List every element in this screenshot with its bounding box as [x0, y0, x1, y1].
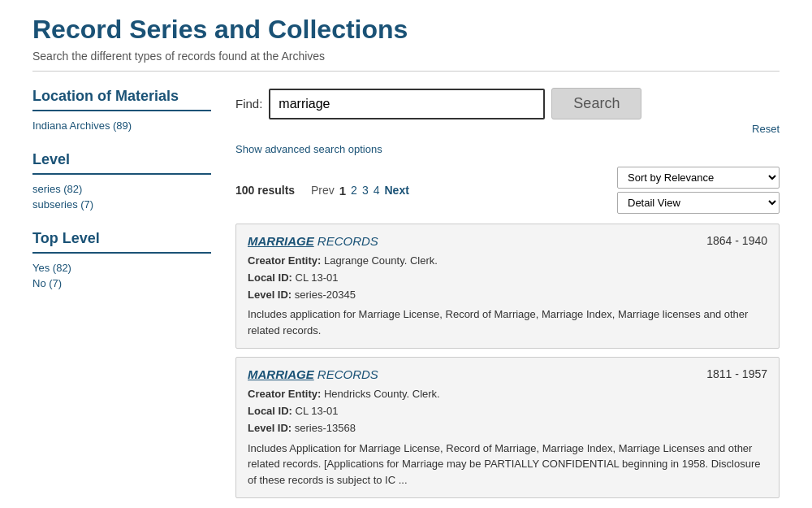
sidebar-location-section: Location of Materials Indiana Archives (…	[32, 88, 211, 132]
page-link-2[interactable]: 2	[351, 184, 357, 197]
results-count: 100 results	[235, 184, 295, 197]
level-id-value-2: series-13568	[295, 422, 356, 434]
result-meta-2: Creator Entity: Hendricks County. Clerk.…	[248, 386, 767, 436]
page-link-3[interactable]: 3	[362, 184, 369, 197]
page-title: Record Series and Collections	[32, 15, 780, 45]
sidebar-item-subseries[interactable]: subseries (7)	[32, 198, 211, 211]
sidebar-toplevel-title: Top Level	[32, 230, 211, 254]
level-id-value-1: series-20345	[295, 289, 356, 301]
prev-label: Prev	[311, 184, 335, 197]
pagination: 100 results Prev 1 2 3 4 Next	[235, 184, 409, 198]
find-label: Find:	[235, 97, 262, 111]
sidebar-item-indiana-archives[interactable]: Indiana Archives (89)	[32, 119, 211, 132]
sort-select[interactable]: Sort by Relevance Sort by Title Sort by …	[617, 167, 780, 189]
search-section: Find: Search Reset	[235, 88, 780, 135]
level-id-label-2: Level ID:	[248, 422, 292, 434]
result-title-suffix-1: RECORDS	[314, 234, 378, 248]
level-id-label-1: Level ID:	[248, 289, 292, 301]
result-date-2: 1811 - 1957	[706, 367, 767, 380]
result-title-2[interactable]: MARRIAGE RECORDS	[248, 367, 378, 381]
creator-value-2: Hendricks County. Clerk.	[324, 388, 440, 400]
sidebar: Location of Materials Indiana Archives (…	[32, 88, 211, 506]
result-meta-1: Creator Entity: Lagrange County. Clerk. …	[248, 253, 767, 303]
sidebar-location-title: Location of Materials	[32, 88, 211, 111]
page-subtitle: Search the different types of records fo…	[32, 50, 780, 63]
search-input[interactable]	[269, 89, 545, 119]
result-description-2: Includes Application for Marriage Licens…	[248, 441, 767, 488]
results-toolbar: 100 results Prev 1 2 3 4 Next Sort by Re…	[235, 167, 780, 214]
sidebar-level-title: Level	[32, 151, 211, 175]
result-card-1: MARRIAGE RECORDS 1864 - 1940 Creator Ent…	[235, 224, 780, 349]
local-id-label-2: Local ID:	[248, 405, 292, 417]
reset-link[interactable]: Reset	[752, 123, 780, 135]
current-page: 1	[339, 184, 346, 198]
page-link-4[interactable]: 4	[374, 184, 380, 197]
result-description-1: Includes application for Marriage Licens…	[248, 306, 767, 338]
result-title-highlight-2: MARRIAGE	[248, 367, 314, 381]
view-select[interactable]: Detail View Brief View	[617, 192, 780, 214]
sidebar-item-series[interactable]: series (82)	[32, 183, 211, 195]
sidebar-toplevel-section: Top Level Yes (82) No (7)	[32, 230, 211, 289]
local-id-value-2: CL 13-01	[296, 405, 339, 417]
creator-label-1: Creator Entity:	[248, 254, 321, 267]
result-title-suffix-2: RECORDS	[314, 367, 378, 381]
next-link[interactable]: Next	[384, 184, 408, 197]
local-id-value-1: CL 13-01	[296, 271, 339, 284]
sidebar-item-yes[interactable]: Yes (82)	[32, 262, 211, 274]
creator-value-1: Lagrange County. Clerk.	[324, 254, 438, 267]
sidebar-item-no[interactable]: No (7)	[32, 277, 211, 289]
creator-label-2: Creator Entity:	[248, 388, 321, 400]
result-title-highlight-1: MARRIAGE	[248, 234, 314, 248]
main-content: Find: Search Reset Show advanced search …	[235, 88, 780, 506]
sidebar-level-section: Level series (82) subseries (7)	[32, 151, 211, 211]
local-id-label-1: Local ID:	[248, 271, 292, 284]
sort-controls: Sort by Relevance Sort by Title Sort by …	[617, 167, 780, 214]
result-title-1[interactable]: MARRIAGE RECORDS	[248, 234, 378, 248]
result-card-2: MARRIAGE RECORDS 1811 - 1957 Creator Ent…	[235, 357, 780, 498]
result-date-1: 1864 - 1940	[706, 234, 767, 247]
advanced-search-link[interactable]: Show advanced search options	[235, 143, 382, 155]
search-button[interactable]: Search	[551, 88, 641, 119]
